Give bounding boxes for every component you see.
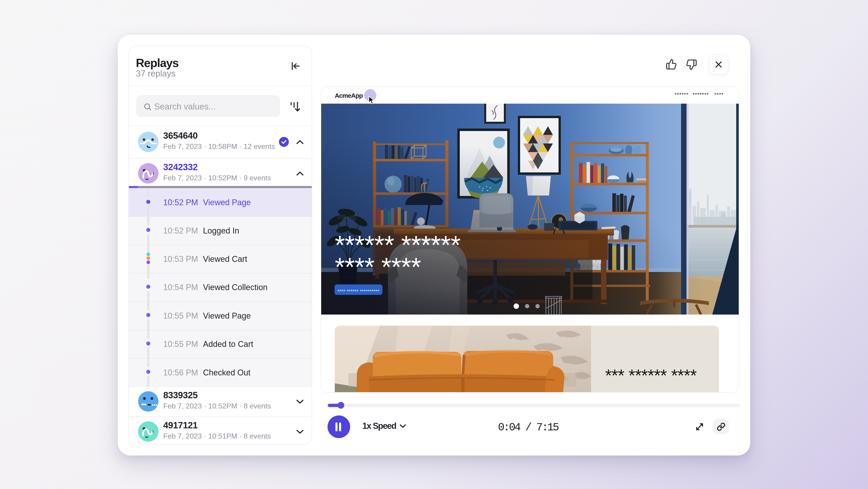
svg-text:**** ****** **********: **** ****** ********** — [338, 289, 379, 294]
svg-text:**** ****: **** **** — [335, 252, 421, 281]
